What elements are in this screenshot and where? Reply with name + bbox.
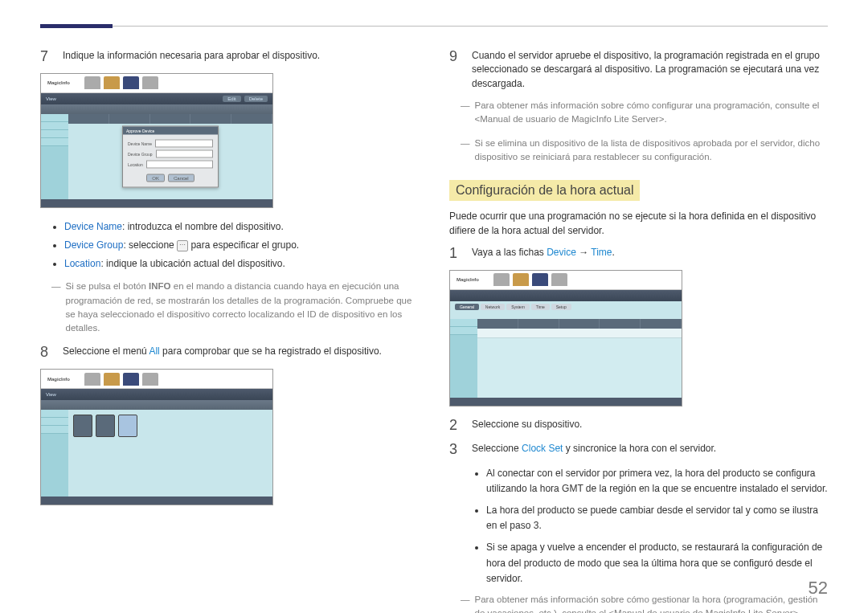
browse-icon: ⋯ — [177, 240, 188, 251]
ss1-dialog-title: Approve Device — [123, 126, 218, 134]
dash-icon: ― — [51, 280, 61, 335]
step3-pre: Seleccione — [472, 443, 522, 454]
step-number: 1 — [449, 246, 462, 262]
ss1-dlg-label: Location — [128, 161, 143, 166]
step-1: 1 Vaya a las fichas Device → Time. — [449, 246, 828, 262]
time-bullet-1: Al conectar con el servidor por primera … — [486, 466, 828, 497]
ss1-dlg-label: Device Group — [128, 151, 153, 156]
screenshot-approve-dialog: MagicInfo View Edit Delete — [40, 73, 273, 208]
time-bullet-2: La hora del producto se puede cambiar de… — [486, 503, 828, 533]
page-accent-bar — [40, 24, 113, 28]
note-info: INFO — [149, 281, 170, 291]
ss2-body — [68, 410, 272, 497]
time-bullets: Al conectar con el servidor por primera … — [486, 466, 828, 586]
step-number: 7 — [40, 49, 53, 65]
step1-post: . — [612, 247, 615, 258]
step8-all: All — [149, 345, 159, 357]
ss2-device-icon — [73, 415, 92, 437]
dash-icon: ― — [461, 99, 470, 127]
ss2-subbar — [41, 400, 272, 410]
bullet-location: Location: indique la ubicación actual de… — [64, 256, 419, 272]
ss2-top-tabs — [84, 373, 158, 386]
step8-pre: Seleccione el menú — [63, 345, 149, 357]
ss3-pill: System — [506, 304, 530, 310]
ss1-dlg-input — [155, 139, 213, 147]
ss2-header: MagicInfo — [41, 370, 272, 389]
ss1-header: MagicInfo — [41, 74, 272, 93]
ss3-pill-tabs: General Network System Time Setup — [450, 301, 682, 313]
step-2: 2 Seleccione su dispositivo. — [449, 418, 828, 434]
ss1-dlg-ok: OK — [146, 174, 165, 182]
ss2-toolbar: View — [41, 389, 272, 400]
heading-time-config: Configuración de la hora actual — [449, 180, 640, 201]
label-device-name: Device Name — [64, 221, 122, 232]
step3-clock: Clock Set — [522, 443, 563, 454]
ss1-dlg-label: Device Name — [128, 141, 152, 145]
label-location: Location — [64, 258, 100, 269]
ss3-col-headers — [477, 319, 682, 329]
note-pre: Si se pulsa el botón — [66, 281, 149, 291]
step-number: 3 — [449, 442, 462, 458]
dash-note-body: Si se pulsa el botón INFO en el mando a … — [66, 280, 420, 335]
step-text: Seleccione Clock Set y sincronice la hor… — [472, 442, 828, 458]
screenshot-all-view: MagicInfo View — [40, 369, 273, 505]
ss1-toolbar: View Edit Delete — [41, 93, 272, 104]
screenshot-device-time: MagicInfo General Network System Time Se… — [449, 270, 682, 407]
step-text: Vaya a las fichas Device → Time. — [472, 246, 828, 262]
text: : indique la ubicación actual del dispos… — [100, 258, 285, 269]
dash-note-body: Si se elimina un dispositivo de la lista… — [475, 137, 829, 165]
label-device-group: Device Group — [64, 239, 123, 251]
dash-note-manual2: ― Para obtener más información sobre cóm… — [461, 593, 828, 613]
dash-note-manual1: ― Para obtener más información sobre cóm… — [461, 99, 828, 127]
ss3-pill: Network — [481, 304, 505, 310]
page-number: 52 — [809, 578, 828, 599]
right-column: 9 Cuando el servidor apruebe el disposit… — [449, 49, 828, 613]
time-bullet-3: Si se apaga y vuelve a encender el produ… — [486, 540, 828, 586]
ss3-pill: Setup — [551, 304, 571, 310]
step-8: 8 Seleccione el menú All para comprobar … — [40, 345, 419, 361]
ss2-device-icon — [118, 415, 137, 437]
ss3-toolbar — [450, 290, 682, 301]
ss1-btn: Edit — [223, 96, 240, 102]
ss3-sidebar — [450, 319, 477, 398]
bullet-device-group: Device Group: seleccione ⋯ para especifi… — [64, 238, 419, 253]
text: : introduzca el nombre del dispositivo. — [122, 221, 284, 232]
ss1-btn: Delete — [244, 96, 268, 102]
step8-post: para comprobar que se ha registrado el d… — [160, 345, 382, 357]
ss3-logo: MagicInfo — [457, 277, 479, 282]
step-3: 3 Seleccione Clock Set y sincronice la h… — [449, 442, 828, 458]
step-number: 8 — [40, 345, 53, 361]
ss1-dlg-input — [146, 160, 213, 168]
ss3-data-row — [477, 329, 682, 338]
step1-arrow: → — [576, 247, 591, 258]
step-text: Indique la información necesaria para ap… — [63, 49, 419, 65]
step1-time: Time — [591, 247, 612, 258]
ss3-header: MagicInfo — [450, 271, 682, 290]
step1-device: Device — [547, 247, 576, 258]
dash-note-info: ― Si se pulsa el botón INFO en el mando … — [51, 280, 419, 335]
ss1-tab-icon — [142, 76, 158, 89]
step-9: 9 Cuando el servidor apruebe el disposit… — [449, 49, 828, 91]
ss1-footer — [41, 199, 272, 207]
ss2-device-icons — [68, 410, 272, 442]
ss1-tab-icon — [123, 76, 139, 89]
bullet-device-name: Device Name: introduzca el nombre del di… — [64, 219, 419, 235]
left-column: 7 Indique la información necesaria para … — [40, 49, 419, 613]
ss3-pill: General — [455, 304, 479, 310]
ss1-dialog: Approve Device Device Name Device Group … — [122, 125, 219, 187]
dash-icon: ― — [461, 593, 470, 613]
step-text: Seleccione el menú All para comprobar qu… — [63, 345, 419, 361]
ss1-body: Approve Device Device Name Device Group … — [68, 114, 272, 199]
dash-note-delete: ― Si se elimina un dispositivo de la lis… — [461, 137, 828, 165]
dash-note-body: Para obtener más información sobre cómo … — [475, 99, 829, 127]
two-column-layout: 7 Indique la información necesaria para … — [40, 49, 828, 613]
ss2-sidebar — [41, 410, 68, 497]
text-b: para especificar el grupo. — [188, 239, 299, 251]
step-7: 7 Indique la información necesaria para … — [40, 49, 419, 65]
page-top-rule — [40, 26, 828, 27]
ss2-device-icon — [96, 415, 115, 437]
ss3-top-tabs — [493, 273, 567, 286]
step1-pre: Vaya a las fichas — [472, 247, 547, 258]
dash-note-body: Para obtener más información sobre cómo … — [475, 593, 829, 613]
ss1-view-label: View — [46, 96, 56, 101]
